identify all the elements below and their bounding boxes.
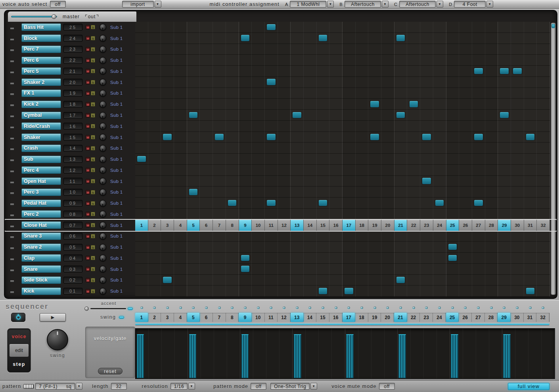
step-cell[interactable]: [524, 186, 537, 198]
step-cell[interactable]: [148, 44, 161, 55]
step-cell[interactable]: [394, 176, 408, 187]
step-cell[interactable]: [537, 66, 550, 77]
step-cell[interactable]: [329, 33, 343, 44]
step-cell[interactable]: [187, 176, 200, 187]
step-cell[interactable]: [187, 275, 200, 286]
step-cell[interactable]: [356, 198, 369, 209]
step-cell[interactable]: [511, 44, 524, 55]
step-cell[interactable]: [420, 242, 433, 253]
step-cell[interactable]: [433, 44, 446, 55]
step-cell[interactable]: [329, 99, 343, 110]
step-cell[interactable]: [485, 66, 498, 77]
voice-name-button[interactable]: Kick: [21, 287, 61, 295]
swing-amount-bar[interactable]: [135, 323, 549, 325]
step-cell[interactable]: [472, 55, 485, 66]
step-cell[interactable]: [291, 143, 304, 154]
swing-led[interactable]: [119, 316, 124, 319]
step-cell[interactable]: [498, 33, 511, 44]
solo-button[interactable]: S: [91, 80, 95, 84]
step-cell[interactable]: [304, 132, 317, 143]
mute-button[interactable]: M: [86, 135, 90, 139]
step-cell[interactable]: [226, 231, 239, 242]
step-cell[interactable]: [187, 66, 200, 77]
step-cell[interactable]: [368, 231, 381, 242]
pan-knob[interactable]: [100, 222, 106, 228]
step-cell[interactable]: [252, 143, 265, 154]
step-cell[interactable]: [343, 55, 356, 66]
step-cell[interactable]: [252, 242, 265, 253]
step-cell[interactable]: [213, 275, 226, 286]
step-cell[interactable]: [381, 99, 394, 110]
step-cell[interactable]: [446, 165, 459, 176]
step-cell[interactable]: [226, 209, 239, 220]
step-cell[interactable]: [381, 121, 394, 132]
import-dropdown-arrow[interactable]: ▼: [155, 1, 161, 8]
voice-name-button[interactable]: Perc 5: [21, 67, 61, 75]
fader-handle[interactable]: [10, 38, 14, 41]
step-number-cell[interactable]: 2: [148, 220, 161, 231]
step-cell[interactable]: [485, 22, 498, 33]
step-number-cell[interactable]: 30: [511, 220, 524, 231]
step-cell[interactable]: [304, 33, 317, 44]
step-cell[interactable]: [537, 275, 550, 286]
step-cell[interactable]: [148, 264, 161, 275]
step-cell[interactable]: [252, 55, 265, 66]
step-cell[interactable]: [420, 44, 433, 55]
step-cell[interactable]: [459, 209, 472, 220]
step-cell[interactable]: [537, 143, 550, 154]
step-cell[interactable]: [148, 110, 161, 121]
step-cell[interactable]: [524, 209, 537, 220]
swing-step-cell[interactable]: 30: [511, 313, 524, 322]
step-cell[interactable]: [278, 242, 291, 253]
step-cell[interactable]: [524, 66, 537, 77]
step-cell[interactable]: [252, 132, 265, 143]
swing-step-cell[interactable]: 7: [213, 313, 226, 322]
voice-output[interactable]: Sub 1: [110, 80, 133, 85]
step-cell[interactable]: [394, 44, 408, 55]
velocity-bar[interactable]: [241, 334, 249, 378]
solo-button[interactable]: S: [91, 234, 95, 238]
step-cell[interactable]: [498, 242, 511, 253]
trigger-mode-dropdown-arrow[interactable]: ▼: [310, 383, 317, 390]
step-cell[interactable]: [265, 253, 278, 264]
step-cell[interactable]: [511, 110, 524, 121]
step-cell[interactable]: [135, 44, 148, 55]
step-cell[interactable]: [239, 209, 252, 220]
swing-step-cell[interactable]: 23: [420, 313, 433, 322]
step-cell[interactable]: [135, 88, 148, 99]
step-cell[interactable]: [368, 121, 381, 132]
step-cell[interactable]: [356, 99, 369, 110]
step-cell[interactable]: [278, 285, 291, 297]
step-cell[interactable]: [174, 154, 187, 165]
step-cell[interactable]: [200, 231, 213, 242]
mute-button[interactable]: M: [86, 47, 90, 51]
voice-output[interactable]: Sub 1: [110, 278, 133, 282]
step-cell[interactable]: [524, 231, 537, 242]
step-cell[interactable]: [459, 99, 472, 110]
solo-button[interactable]: S: [91, 69, 95, 73]
step-cell[interactable]: [226, 143, 239, 154]
step-cell[interactable]: [304, 77, 317, 88]
assignment-slot-a-value[interactable]: 1 ModWhl: [290, 1, 326, 8]
fader-handle[interactable]: [10, 181, 14, 184]
voice-output[interactable]: Sub 1: [110, 124, 133, 129]
step-cell[interactable]: [317, 253, 330, 264]
swing-step-cell[interactable]: 11: [265, 313, 278, 322]
swing-step-cell[interactable]: 4: [174, 313, 187, 322]
step-cell[interactable]: [304, 165, 317, 176]
step-cell[interactable]: [317, 231, 330, 242]
step-cell[interactable]: [381, 154, 394, 165]
step-cell[interactable]: [368, 209, 381, 220]
step-number-cell[interactable]: 11: [265, 220, 278, 231]
mode-voice-button[interactable]: voice: [9, 330, 29, 343]
step-cell[interactable]: [265, 176, 278, 187]
solo-button[interactable]: S: [91, 168, 95, 172]
pan-knob[interactable]: [100, 79, 106, 86]
step-cell[interactable]: [498, 154, 511, 165]
swing-step-cell[interactable]: 8: [226, 313, 239, 322]
step-cell[interactable]: [356, 88, 369, 99]
step-cell[interactable]: [161, 55, 174, 66]
step-cell[interactable]: [161, 154, 174, 165]
mute-button[interactable]: M: [86, 146, 90, 150]
step-cell[interactable]: [420, 132, 433, 143]
